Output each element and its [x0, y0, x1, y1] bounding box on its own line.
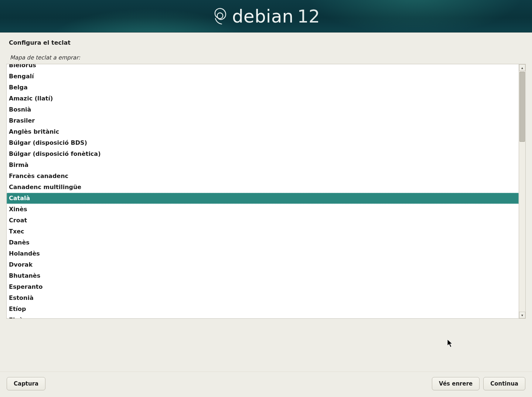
brand-block: debian12: [212, 6, 320, 27]
scroll-thumb[interactable]: [519, 72, 525, 142]
back-button[interactable]: Vés enrere: [432, 377, 480, 390]
screenshot-button[interactable]: Captura: [7, 377, 45, 390]
list-item[interactable]: Danès: [7, 237, 519, 248]
list-item[interactable]: Finès: [7, 315, 519, 318]
list-item[interactable]: Estonià: [7, 292, 519, 304]
main-panel: Configura el teclat Mapa de teclat a emp…: [0, 32, 532, 397]
list-item[interactable]: Birmà: [7, 160, 519, 171]
list-item[interactable]: Bengalí: [7, 71, 519, 82]
list-item[interactable]: Búlgar (disposició fonètica): [7, 148, 519, 160]
list-item[interactable]: Brasiler: [7, 115, 519, 126]
scroll-track[interactable]: [519, 71, 525, 312]
installer-banner: debian12: [0, 0, 532, 32]
brand-name: debian: [232, 6, 294, 27]
keyboard-panel: Mapa de teclat a emprar: BielorúsBengalí…: [6, 51, 526, 372]
keymap-list[interactable]: BielorúsBengalíBelgaAmazic (llatí)Bosnià…: [6, 64, 526, 319]
scrollbar-vertical[interactable]: ▴ ▾: [519, 64, 525, 318]
list-item[interactable]: Xinès: [7, 204, 519, 215]
brand-text-wrap: debian12: [232, 6, 320, 27]
brand-version: 12: [297, 6, 320, 27]
list-item[interactable]: Francès canadenc: [7, 171, 519, 182]
list-item[interactable]: Txec: [7, 226, 519, 237]
list-item[interactable]: Català: [7, 193, 519, 204]
list-item[interactable]: Bhutanès: [7, 270, 519, 281]
list-item[interactable]: Holandès: [7, 248, 519, 259]
list-item[interactable]: Anglès britànic: [7, 126, 519, 137]
keymap-list-viewport: BielorúsBengalíBelgaAmazic (llatí)Bosnià…: [7, 64, 519, 318]
list-item[interactable]: Belga: [7, 82, 519, 93]
list-item[interactable]: Croat: [7, 215, 519, 226]
field-label-keymap: Mapa de teclat a emprar:: [6, 51, 526, 64]
scroll-up-button[interactable]: ▴: [519, 64, 525, 71]
list-item[interactable]: Búlgar (disposició BDS): [7, 137, 519, 148]
list-item[interactable]: Amazic (llatí): [7, 93, 519, 104]
list-item[interactable]: Bosnià: [7, 104, 519, 115]
list-item[interactable]: Canadenc multilingüe: [7, 182, 519, 193]
continue-button[interactable]: Continua: [483, 377, 525, 390]
debian-swirl-icon: [212, 7, 227, 25]
list-item[interactable]: Bielorús: [7, 64, 519, 71]
footer-bar: Captura Vés enrere Continua: [0, 372, 532, 397]
scroll-down-button[interactable]: ▾: [519, 312, 525, 318]
list-item[interactable]: Dvorak: [7, 259, 519, 270]
page-title: Configura el teclat: [0, 32, 532, 50]
list-item[interactable]: Etíop: [7, 304, 519, 315]
list-item[interactable]: Esperanto: [7, 281, 519, 292]
